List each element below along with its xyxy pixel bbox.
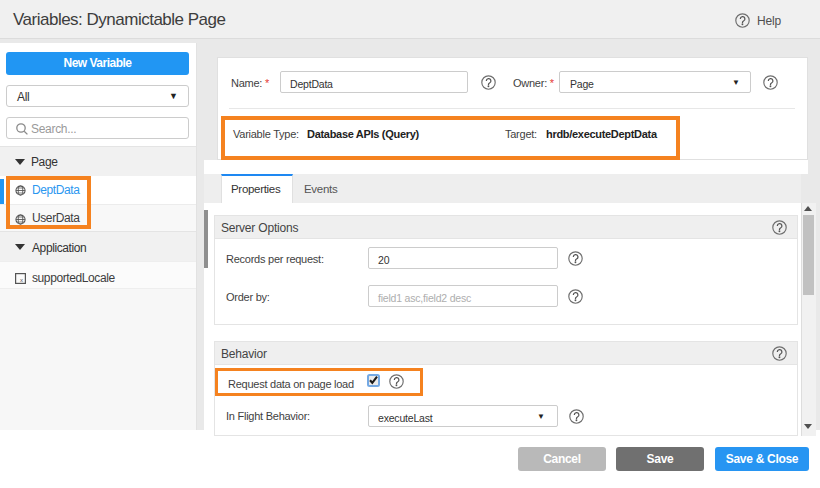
svg-text:x: x (20, 277, 23, 283)
